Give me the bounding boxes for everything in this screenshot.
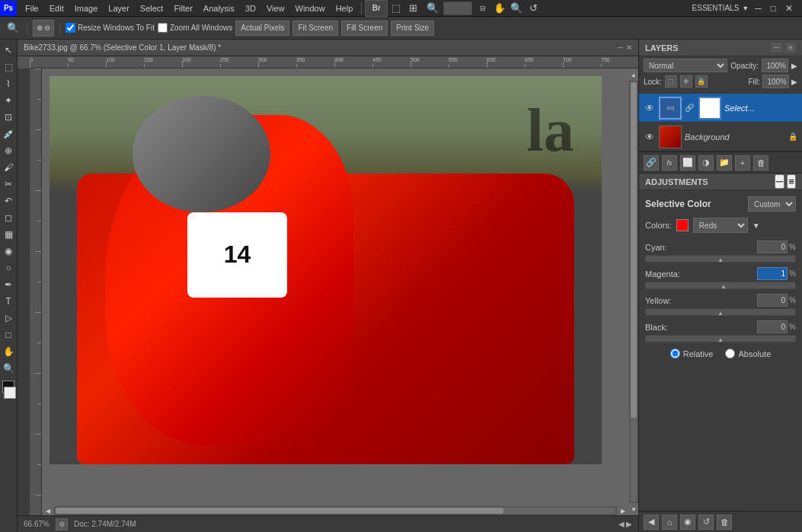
brush-tool[interactable]: 🖌 [1,160,16,175]
clone-tool[interactable]: ✂ [1,177,16,192]
text-tool[interactable]: T [1,294,16,309]
method-absolute-radio[interactable] [725,349,735,358]
link-layers-btn[interactable]: 🔗 [644,155,659,170]
opacity-input[interactable] [762,59,788,72]
maximize-btn[interactable]: □ [768,3,779,14]
menu-item-window[interactable]: Window [290,2,331,14]
path-tool[interactable]: ▷ [1,311,16,326]
blur-tool[interactable]: ◉ [1,244,16,259]
lock-move-btn[interactable]: ✛ [680,75,692,88]
print-size-btn[interactable]: Print Size [391,21,434,36]
scroll-down-btn[interactable]: ▼ [629,503,638,515]
move-tool[interactable]: ↖ [1,43,16,58]
zoom-input[interactable]: 66.7 [443,2,472,15]
adj-value-input-0[interactable] [757,241,788,253]
workspace-icon[interactable]: ⊞ [404,0,421,17]
lock-all-btn[interactable]: 🔒 [695,75,708,88]
adj-reset-btn[interactable]: ↺ [698,514,714,530]
gradient-tool[interactable]: ▦ [1,227,16,242]
layer-item-selective-color[interactable]: 👁 adj 🔗 Select... [639,94,802,123]
new-group-btn[interactable]: 📁 [717,155,732,170]
method-absolute-label[interactable]: Absolute [725,349,771,358]
method-relative-label[interactable]: Relative [670,349,714,358]
minimize-btn[interactable]: ─ [752,3,765,14]
eyedropper-tool[interactable]: 💉 [1,126,16,142]
menu-item-analysis[interactable]: Analysis [198,2,240,14]
eraser-tool[interactable]: ◻ [1,210,16,225]
fill-arrow[interactable]: ▶ [791,78,797,86]
menu-item-help[interactable]: Help [331,2,359,14]
scroll-right-btn[interactable]: ▶ [617,506,629,515]
zoom-adjust-icon[interactable]: ⊟ [474,0,491,17]
zoom-tool[interactable]: 🔍 [1,361,16,376]
menu-item-select[interactable]: Select [135,2,169,14]
crop-tool[interactable]: ⊡ [1,110,16,125]
adj-slider-track-1[interactable]: ▲ [645,282,796,289]
colors-dropdown-arrow[interactable]: ▼ [752,221,760,230]
canvas-info-btn[interactable]: ⊕ [56,518,68,530]
canvas-minimize[interactable]: ─ [618,43,623,52]
menu-item-file[interactable]: File [20,2,44,14]
adj-value-input-3[interactable] [757,320,788,333]
add-layer-style-btn[interactable]: fx [662,155,677,170]
rotate-view-icon[interactable]: ↺ [525,0,542,17]
dodge-tool[interactable]: ○ [1,260,16,276]
hand-tool[interactable]: ✋ [1,344,16,359]
zoom-in-icon[interactable]: ⊕ ⊖ [33,20,54,37]
scroll-thumb-h[interactable] [56,508,503,514]
color-channel-select[interactable]: RedsYellowsGreensCyansBluesMagentasWhite… [693,218,748,233]
adj-slider-track-0[interactable]: ▲ [645,255,796,263]
lasso-tool[interactable]: ⌇ [1,76,16,91]
canvas-close[interactable]: ✕ [626,43,632,52]
new-layer-btn[interactable]: + [735,155,750,170]
history-brush-tool[interactable]: ↶ [1,193,16,209]
footer-back-btn[interactable]: ◀ [618,520,625,528]
resize-windows-check[interactable]: Resize Windows To Fit [66,23,155,33]
zoom-menu-icon[interactable]: 🔍 [424,0,441,17]
menu-item-edit[interactable]: Edit [44,2,69,14]
canvas-scrollbar-v[interactable]: ▲ ▼ [629,68,638,515]
adj-toggle-btn[interactable]: ◉ [680,514,695,530]
adjustments-menu-btn[interactable]: ≡ [787,174,796,189]
adj-value-input-1[interactable] [757,267,788,280]
zoom-tool-icon[interactable]: 🔍 [508,0,525,17]
scroll-up-btn[interactable]: ▲ [629,68,638,81]
layers-menu-btn[interactable]: ≡ [785,43,796,53]
pen-tool[interactable]: ✒ [1,277,16,292]
shape-tool[interactable]: □ [1,327,16,342]
add-mask-btn[interactable]: ⬜ [680,155,695,170]
fill-input[interactable] [762,75,789,88]
blend-mode-select[interactable]: NormalDissolveMultiplyScreenOverlaySoft … [644,59,727,72]
canvas-viewport[interactable]: 14 la [42,68,629,506]
opacity-arrow[interactable]: ▶ [791,62,797,70]
method-relative-radio[interactable] [670,349,680,358]
close-btn[interactable]: ✕ [782,3,796,14]
adj-preset-select[interactable]: DefaultCustom [748,196,796,212]
bridge-icon[interactable]: Br [365,0,388,17]
adj-delete-btn[interactable]: 🗑 [717,514,732,530]
background-color[interactable] [4,387,16,399]
scroll-thumb-v[interactable] [631,82,637,418]
footer-fwd-btn[interactable]: ▶ [626,520,632,528]
canvas-scrollbar-h[interactable]: ◀ ▶ [42,506,629,515]
layer-item-background[interactable]: 👁 Background 🔒 [639,123,802,151]
adj-slider-track-3[interactable]: ▲ [645,335,796,342]
menu-item-image[interactable]: Image [69,2,104,14]
tool-options-icon[interactable]: 🔍 [5,20,21,37]
marquee-tool[interactable]: ⬚ [1,59,16,75]
adjustments-collapse-btn[interactable]: ─ [775,174,784,189]
adj-back-btn[interactable]: ◀ [644,514,659,530]
zoom-all-check[interactable]: Zoom All Windows [158,23,232,33]
hand-tool-icon[interactable]: ✋ [491,0,508,17]
scroll-left-btn[interactable]: ◀ [42,506,54,515]
essentials-arrow[interactable]: ▼ [742,5,749,12]
spot-heal-tool[interactable]: ⊕ [1,143,16,158]
layer-visibility-toggle-2[interactable]: 👁 [644,131,656,143]
menu-item-3d[interactable]: 3D [240,2,261,14]
screen-mode-icon[interactable]: ⬚ [388,0,404,17]
new-adj-layer-btn[interactable]: ◑ [698,155,714,170]
fit-screen-btn[interactable]: Fit Screen [292,21,338,36]
magic-wand-tool[interactable]: ✦ [1,93,16,108]
menu-item-filter[interactable]: Filter [168,2,197,14]
fill-screen-btn[interactable]: Fill Screen [341,21,388,36]
